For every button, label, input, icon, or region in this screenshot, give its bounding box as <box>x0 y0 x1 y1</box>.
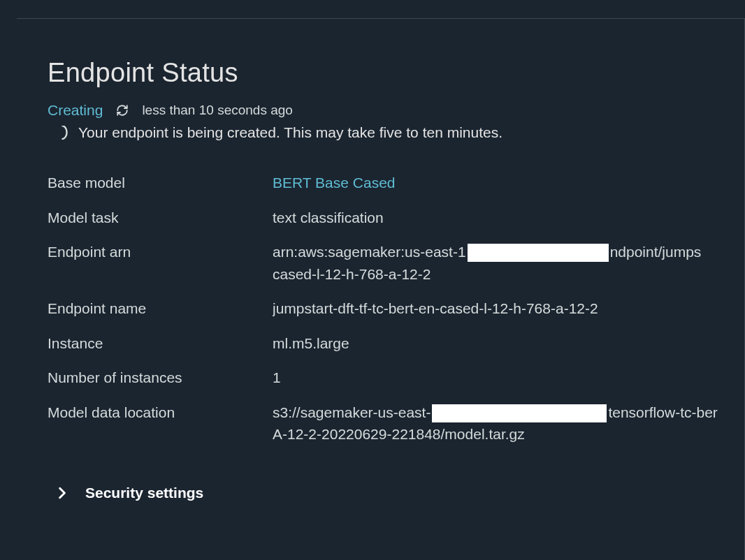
status-info-row: Your endpoint is being created. This may… <box>60 124 744 141</box>
s3-mid: tensorflow-tc-ber <box>608 404 717 420</box>
label-endpoint-name: Endpoint name <box>48 297 273 320</box>
value-model-data-location: s3://sagemaker-us-east-tensorflow-tc-ber… <box>273 401 744 445</box>
refresh-icon[interactable] <box>115 103 129 117</box>
status-message: Your endpoint is being created. This may… <box>78 124 502 141</box>
security-settings-label: Security settings <box>85 485 203 501</box>
endpoint-status-panel: Endpoint Status Creating less than 10 se… <box>17 18 745 560</box>
value-endpoint-name: jumpstart-dft-tf-tc-bert-en-cased-l-12-h… <box>273 297 744 320</box>
status-row: Creating less than 10 seconds ago <box>48 102 744 119</box>
value-model-task: text classification <box>273 207 744 229</box>
label-num-instances: Number of instances <box>48 367 273 389</box>
label-instance: Instance <box>48 332 273 355</box>
arn-prefix: arn:aws:sagemaker:us-east-1 <box>273 244 466 260</box>
label-model-task: Model task <box>48 207 273 229</box>
label-model-data-location: Model data location <box>48 401 273 445</box>
redacted-region <box>432 404 607 422</box>
value-endpoint-arn: arn:aws:sagemaker:us-east-1ndpoint/jumps… <box>273 241 744 285</box>
redacted-region <box>468 244 609 262</box>
page-title: Endpoint Status <box>48 58 744 88</box>
arn-suffix: cased-l-12-h-768-a-12-2 <box>273 263 740 286</box>
status-timestamp: less than 10 seconds ago <box>142 103 293 118</box>
value-instance: ml.m5.large <box>273 332 744 355</box>
arn-mid: ndpoint/jumps <box>610 244 702 260</box>
s3-prefix: s3://sagemaker-us-east- <box>273 404 431 420</box>
spinner-icon <box>60 127 68 138</box>
label-base-model: Base model <box>48 172 273 194</box>
label-endpoint-arn: Endpoint arn <box>48 241 273 285</box>
status-badge: Creating <box>48 102 103 119</box>
details-table: Base model BERT Base Cased Model task te… <box>48 172 744 445</box>
security-settings-expander[interactable]: Security settings <box>56 485 744 501</box>
s3-suffix: A-12-2-20220629-221848/model.tar.gz <box>273 423 740 445</box>
value-num-instances: 1 <box>273 367 744 389</box>
chevron-right-icon <box>56 487 68 499</box>
value-base-model[interactable]: BERT Base Cased <box>273 172 744 194</box>
